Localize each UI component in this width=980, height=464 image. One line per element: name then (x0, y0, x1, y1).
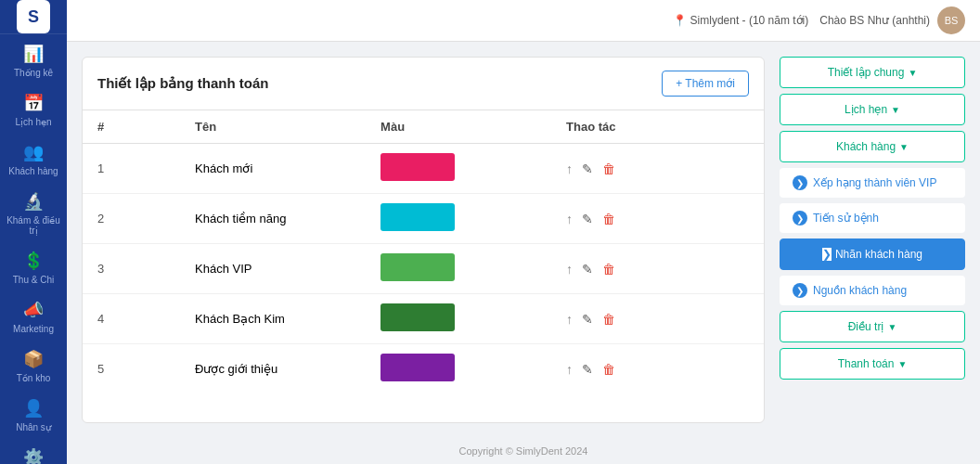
sidebar-item-thong-ke[interactable]: 📊Thống kê (0, 34, 67, 84)
nhan-su-icon: 👤 (23, 398, 44, 419)
chevron-down-icon: ▼ (899, 142, 909, 152)
table-row: 3Khách VIP ↑ ✎ 🗑 (83, 244, 764, 294)
thu-chi-icon: 💲 (23, 251, 44, 271)
ton-kho-icon: 📦 (23, 349, 44, 369)
panel-header: Thiết lập bảng thanh toán + Thêm mới (83, 58, 764, 110)
row-color (366, 294, 551, 344)
row-num: 3 (83, 244, 180, 294)
rs-link-tien-su-benh[interactable]: ❯Tiến sử bệnh (780, 203, 965, 233)
main-area: 📍 Simlydent - (10 năm tới) Chào BS Như (… (67, 0, 980, 464)
move-up-icon[interactable]: ↑ (566, 312, 573, 327)
edit-icon[interactable]: ✎ (582, 161, 593, 176)
sidebar-item-khach-hang[interactable]: 👥Khách hàng (0, 133, 67, 182)
avatar: BS (937, 6, 965, 34)
circle-icon-tien-su-benh: ❯ (793, 211, 807, 226)
rs-link-nguon-khach-hang[interactable]: ❯Nguồn khách hàng (780, 276, 965, 305)
sidebar-item-label: Nhân sự (16, 422, 51, 432)
sidebar-item-label: Khách hàng (8, 166, 58, 176)
row-name: Khách mới (180, 144, 366, 194)
row-name: Khách tiềm năng (180, 194, 366, 244)
sidebar-item-label: Tồn kho (17, 373, 51, 383)
chevron-down-icon: ▼ (908, 68, 917, 78)
sidebar-item-label: Marketing (13, 324, 54, 334)
col-header-1: Tên (180, 110, 366, 144)
rs-btn-lich-hen[interactable]: Lịch hẹn▼ (780, 94, 965, 125)
rs-btn-label-thiet-lap-chung: Thiết lập chung (828, 66, 905, 79)
rs-link-xep-hang-vip[interactable]: ❯Xếp hạng thành viên VIP (780, 168, 965, 198)
edit-icon[interactable]: ✎ (582, 212, 593, 226)
sidebar-item-label: Thu & Chi (13, 275, 54, 285)
data-table: #TênMàuThao tác 1Khách mới ↑ ✎ 🗑 2Khách … (83, 110, 764, 393)
delete-icon[interactable]: 🗑 (602, 161, 615, 176)
logo: S (17, 0, 50, 33)
row-num: 2 (83, 194, 180, 244)
table-row: 4Khách Bạch Kim ↑ ✎ 🗑 (83, 294, 764, 344)
circle-icon-xep-hang-vip: ❯ (793, 175, 807, 190)
chevron-down-icon: ▼ (891, 105, 900, 115)
table-row: 1Khách mới ↑ ✎ 🗑 (83, 144, 764, 194)
rs-btn-khach-hang[interactable]: Khách hàng▼ (780, 131, 965, 162)
main-panel: Thiết lập bảng thanh toán + Thêm mới #Tê… (82, 57, 765, 423)
pin-icon: 📍 (673, 14, 687, 27)
chevron-down-icon: ▼ (887, 322, 896, 332)
sidebar-item-label: Thống kê (14, 68, 53, 78)
greeting-text: Chào BS Như (anhthi) (819, 14, 930, 27)
rs-btn-nhan-khach-hang[interactable]: ❯Nhãn khách hàng (780, 238, 965, 270)
row-actions: ↑ ✎ 🗑 (551, 194, 764, 244)
sidebar-item-label: Lịch hẹn (15, 117, 51, 127)
circle-icon-active: ❯ (822, 248, 832, 261)
sidebar-item-nhan-su[interactable]: 👤Nhân sự (0, 389, 67, 438)
row-num: 4 (83, 294, 180, 344)
row-num: 1 (83, 144, 180, 194)
edit-icon[interactable]: ✎ (582, 262, 593, 277)
sidebar-item-label: Khám & điều trị (4, 215, 63, 236)
khach-hang-icon: 👥 (23, 142, 44, 162)
delete-icon[interactable]: 🗑 (602, 312, 615, 327)
row-color (366, 344, 551, 394)
rs-btn-label-thanh-toan: Thanh toán (838, 357, 895, 370)
delete-icon[interactable]: 🗑 (602, 262, 615, 277)
footer: Copyright © SimlyDent 2024 (67, 438, 980, 464)
edit-icon[interactable]: ✎ (582, 312, 593, 327)
rs-btn-dieu-tri[interactable]: Điều trị▼ (780, 311, 965, 342)
sidebar-item-lich-hen[interactable]: 📅Lịch hẹn (0, 84, 67, 133)
row-color (366, 194, 551, 244)
move-up-icon[interactable]: ↑ (566, 262, 573, 277)
move-up-icon[interactable]: ↑ (566, 161, 573, 176)
rs-btn-thiet-lap-chung[interactable]: Thiết lập chung▼ (780, 57, 965, 88)
add-button[interactable]: + Thêm mới (662, 71, 749, 97)
sidebar-item-marketing[interactable]: 📣Marketing (0, 290, 67, 340)
sidebar-item-ton-kho[interactable]: 📦Tồn kho (0, 340, 67, 389)
topbar-user: Chào BS Như (anhthi) BS (819, 6, 965, 34)
sidebar-item-thiet-lap[interactable]: ⚙️Thiết lập (0, 438, 67, 464)
footer-text: Copyright © SimlyDent 2024 (459, 445, 588, 457)
row-name: Khách VIP (180, 244, 366, 294)
rs-link-label-xep-hang-vip: Xếp hạng thành viên VIP (813, 176, 936, 189)
rs-btn-label-khach-hang: Khách hàng (836, 140, 896, 153)
sidebar-item-thu-chi[interactable]: 💲Thu & Chi (0, 241, 67, 290)
col-header-3: Thao tác (551, 110, 764, 144)
move-up-icon[interactable]: ↑ (566, 212, 573, 226)
move-up-icon[interactable]: ↑ (566, 362, 573, 377)
col-header-0: # (83, 110, 180, 144)
content-wrapper: Thiết lập bảng thanh toán + Thêm mới #Tê… (67, 42, 980, 438)
table-row: 5Được giới thiệu ↑ ✎ 🗑 (83, 344, 764, 394)
sidebar-item-kham-dieu-tri[interactable]: 🔬Khám & điều trị (0, 182, 67, 241)
rs-active-label: Nhãn khách hàng (835, 248, 922, 261)
row-num: 5 (83, 344, 180, 394)
row-color (366, 144, 551, 194)
edit-icon[interactable]: ✎ (582, 362, 593, 377)
sidebar: S 📊Thống kê📅Lịch hẹn👥Khách hàng🔬Khám & đ… (0, 0, 67, 464)
delete-icon[interactable]: 🗑 (602, 362, 615, 377)
thiet-lap-icon: ⚙️ (23, 447, 44, 464)
rs-btn-label-lich-hen: Lịch hẹn (845, 103, 887, 116)
lich-hen-icon: 📅 (23, 93, 44, 113)
thong-ke-icon: 📊 (23, 44, 44, 64)
table-row: 2Khách tiềm năng ↑ ✎ 🗑 (83, 194, 764, 244)
rs-btn-label-dieu-tri: Điều trị (848, 320, 884, 333)
kham-dieu-tri-icon: 🔬 (23, 191, 44, 212)
row-name: Khách Bạch Kim (180, 294, 366, 344)
delete-icon[interactable]: 🗑 (602, 212, 615, 226)
rs-btn-thanh-toan[interactable]: Thanh toán▼ (780, 348, 965, 380)
topbar-location: 📍 Simlydent - (10 năm tới) (673, 14, 809, 27)
